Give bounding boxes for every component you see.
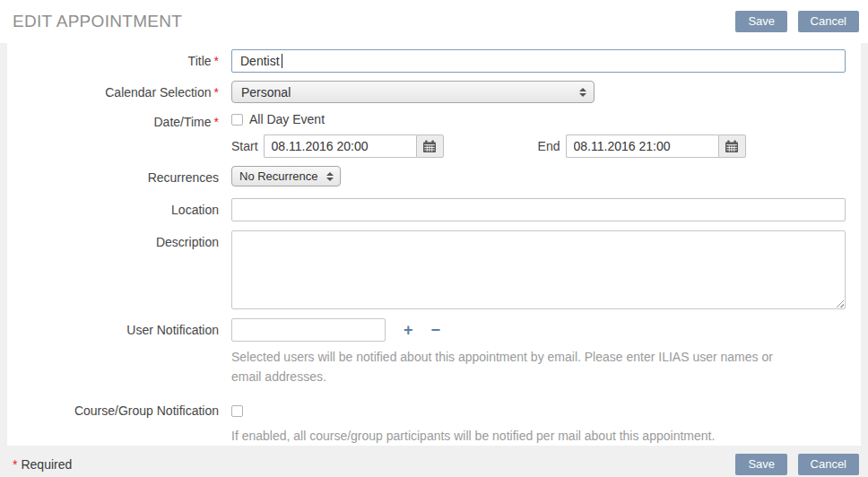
calendar-selection-select[interactable]: Personal <box>231 81 595 103</box>
all-day-checkbox[interactable] <box>231 114 243 126</box>
add-user-button[interactable]: + <box>404 322 413 338</box>
end-label: End <box>538 139 560 153</box>
location-input[interactable] <box>231 198 846 221</box>
calendar-selection-value: Personal <box>241 85 291 100</box>
end-date-input[interactable] <box>566 134 718 158</box>
remove-user-button[interactable]: − <box>431 322 441 338</box>
all-day-label[interactable]: All Day Event <box>249 112 325 126</box>
user-notification-input[interactable] <box>231 318 386 342</box>
text-caret <box>282 54 282 68</box>
course-group-checkbox[interactable] <box>231 405 243 417</box>
calendar-icon <box>725 140 739 153</box>
start-date-input[interactable] <box>264 134 416 158</box>
cancel-button[interactable]: Cancel <box>798 11 859 32</box>
start-label: Start <box>231 139 258 153</box>
edit-appointment-page: EDIT APPOINTMENT Save Cancel Title* Cale… <box>0 0 868 477</box>
recurrences-select[interactable]: No Recurrence <box>231 166 341 186</box>
save-button-bottom[interactable]: Save <box>735 454 787 475</box>
header-actions: Save Cancel <box>735 11 859 32</box>
location-row: Location <box>7 198 846 221</box>
user-notification-row: User Notification + − Selected users wil… <box>7 318 846 386</box>
cancel-button-bottom[interactable]: Cancel <box>798 454 859 475</box>
datetime-label: Date/Time* <box>7 112 231 158</box>
user-notification-label: User Notification <box>7 318 231 386</box>
form-header: EDIT APPOINTMENT Save Cancel <box>0 0 868 43</box>
course-group-notification-label: Course/Group Notification <box>7 403 231 446</box>
recurrences-row: Recurrences No Recurrence <box>7 166 846 186</box>
calendar-selection-row: Calendar Selection* Personal <box>7 81 846 103</box>
calendar-icon <box>422 140 437 153</box>
chevron-updown-icon <box>579 88 586 97</box>
title-input[interactable] <box>231 49 846 73</box>
course-group-notification-row: Course/Group Notification If enabled, al… <box>7 403 846 446</box>
recurrences-value: No Recurrence <box>239 169 317 183</box>
required-asterisk: * <box>214 54 219 68</box>
recurrences-label: Recurrences <box>7 166 231 186</box>
page-title: EDIT APPOINTMENT <box>13 12 182 31</box>
form-footer: *Required Save Cancel <box>0 446 868 477</box>
required-asterisk: * <box>214 85 219 100</box>
datetime-row: Date/Time* All Day Event Start <box>7 112 846 158</box>
calendar-selection-label: Calendar Selection* <box>7 81 231 103</box>
description-row: Description <box>7 230 846 309</box>
location-label: Location <box>7 198 231 221</box>
required-note: *Required <box>13 457 72 472</box>
footer-actions: Save Cancel <box>735 454 859 475</box>
user-notification-help: Selected users will be notified about th… <box>231 347 805 386</box>
required-asterisk: * <box>214 115 219 129</box>
chevron-updown-icon <box>326 172 334 181</box>
title-label: Title* <box>7 49 231 73</box>
end-calendar-button[interactable] <box>718 134 746 158</box>
description-label: Description <box>7 230 231 309</box>
save-button[interactable]: Save <box>735 11 787 32</box>
course-group-notification-help: If enabled, all course/group participant… <box>231 426 841 446</box>
form-panel: Title* Calendar Selection* Personal <box>7 43 861 446</box>
start-calendar-button[interactable] <box>416 134 444 158</box>
title-row: Title* <box>7 49 846 73</box>
description-textarea[interactable] <box>231 230 846 309</box>
required-asterisk: * <box>13 457 17 472</box>
